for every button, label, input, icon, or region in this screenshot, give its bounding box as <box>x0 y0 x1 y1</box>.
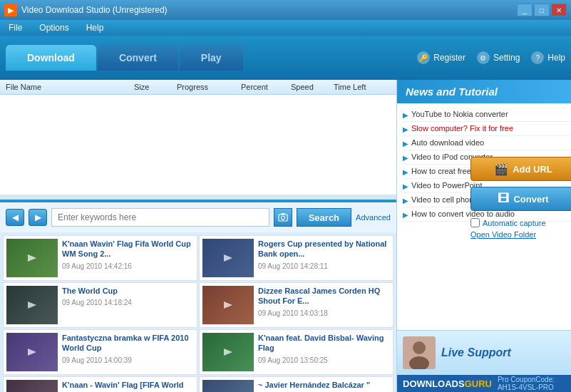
list-item[interactable]: Fantastyczna bramka w FIFA 2010 World Cu… <box>3 329 197 375</box>
news-arrow-icon: ▶ <box>403 168 408 176</box>
svg-marker-6 <box>224 301 232 309</box>
play-icon <box>25 347 39 357</box>
play-icon <box>25 300 39 310</box>
advanced-link[interactable]: Advanced <box>356 213 391 222</box>
app-icon: ▶ <box>4 4 17 16</box>
watermark-bar: DOWNLOADSGURU Pro CouponCode: AH1S-4VSL-… <box>397 375 571 392</box>
camera-icon <box>278 212 288 222</box>
live-support-label[interactable]: Live Support <box>441 346 511 359</box>
video-date: 09 Aug 2010 14:42:16 <box>62 262 194 270</box>
news-item-text: Auto download video <box>411 138 484 147</box>
play-icon <box>25 253 39 263</box>
add-url-icon: 🎬 <box>494 163 508 176</box>
convert-button[interactable]: 🎞 Convert <box>470 187 571 211</box>
help-icon: ? <box>531 51 544 64</box>
help-action[interactable]: ? Help <box>531 51 565 64</box>
toolbar: Download Convert Play 🔑 Register ⚙ Setti… <box>0 36 571 80</box>
app-title: Video Download Studio (Unregistered) <box>21 5 517 15</box>
svg-rect-2 <box>281 213 285 215</box>
video-thumbnail <box>202 380 254 392</box>
video-thumbnail <box>6 380 58 392</box>
col-timeleft: Time Left <box>334 83 391 91</box>
svg-rect-0 <box>279 215 287 221</box>
video-title: K'naan - Wavin' Flag [FIFA World Cup 201… <box>62 380 194 392</box>
setting-action[interactable]: ⚙ Setting <box>477 51 520 64</box>
list-item[interactable]: The World Cup 09 Aug 2010 14:18:24 <box>3 282 197 328</box>
list-item[interactable]: Dizzee Rascal James Corden HQ Shout For … <box>199 282 393 328</box>
news-header: News and Tutorial <box>397 80 571 103</box>
video-grid: K'naan Wavin' Flag Fifa World Cup WM Son… <box>0 232 396 392</box>
play-icon <box>221 300 235 310</box>
svg-marker-4 <box>224 254 232 262</box>
col-filename: File Name <box>6 83 134 91</box>
news-item-text: Slow computer? Fix it for free <box>411 124 513 133</box>
video-title: Fantastyczna bramka w FIFA 2010 World Cu… <box>62 333 194 354</box>
back-button[interactable]: ◀ <box>6 209 24 226</box>
play-icon <box>221 347 235 357</box>
live-support-section: Live Support <box>397 330 571 375</box>
watermark-logo: DOWNLOADSGURU <box>403 378 492 389</box>
menu-file[interactable]: File <box>6 21 25 34</box>
minimize-button[interactable]: _ <box>517 4 533 16</box>
list-item[interactable]: Rogers Cup presented by National Bank op… <box>199 235 393 281</box>
news-item[interactable]: ▶ Slow computer? Fix it for free <box>403 122 571 136</box>
watermark-coupon: Pro CouponCode: AH1S-4VSL-PRO <box>498 376 571 391</box>
list-item[interactable]: K'naan - Wavin' Flag [FIFA World Cup 201… <box>3 376 197 392</box>
news-item[interactable]: ▶ Auto download video <box>403 136 571 150</box>
menubar: File Options Help <box>0 20 571 36</box>
action-buttons: 🎬 Add URL 🎞 Convert Automatic capture Op… <box>470 157 571 240</box>
news-arrow-icon: ▶ <box>403 182 408 190</box>
video-thumbnail <box>202 333 254 371</box>
register-label: Register <box>433 53 465 63</box>
search-area: ◀ ▶ Search Advanced <box>0 201 396 232</box>
news-item[interactable]: ▶ YouTube to Nokia converter <box>403 108 571 122</box>
video-title: ~ Javier Hernández Balcázar " Chicarito … <box>258 380 390 392</box>
news-arrow-icon: ▶ <box>403 211 408 219</box>
list-item[interactable]: K'naan Wavin' Flag Fifa World Cup WM Son… <box>3 235 197 281</box>
add-url-label: Add URL <box>513 164 552 175</box>
watermark-logo-text: DOWNLOADS <box>403 378 465 389</box>
tab-play[interactable]: Play <box>180 45 243 71</box>
video-grid-container[interactable]: K'naan Wavin' Flag Fifa World Cup WM Son… <box>0 232 396 392</box>
search-input[interactable] <box>51 208 269 227</box>
maximize-button[interactable]: □ <box>534 4 550 16</box>
video-thumbnail <box>6 286 58 324</box>
list-item[interactable]: ~ Javier Hernández Balcázar " Chicarito … <box>199 376 393 392</box>
register-action[interactable]: 🔑 Register <box>417 51 465 64</box>
search-button[interactable]: Search <box>297 208 351 227</box>
support-avatar <box>403 336 436 369</box>
forward-button[interactable]: ▶ <box>29 209 47 226</box>
video-title: K'naan feat. David Bisbal- Waving Flag <box>258 333 390 354</box>
download-table: File Name Size Progress Percent Speed Ti… <box>0 80 396 201</box>
video-info: The World Cup 09 Aug 2010 14:18:24 <box>62 286 194 324</box>
table-body <box>0 95 396 195</box>
video-info: K'naan feat. David Bisbal- Waving Flag 0… <box>258 333 390 371</box>
video-thumbnail <box>6 239 58 277</box>
svg-marker-5 <box>28 301 36 309</box>
add-url-button[interactable]: 🎬 Add URL <box>470 157 571 181</box>
search-icon-button[interactable] <box>274 208 292 227</box>
close-button[interactable]: ✕ <box>551 4 567 16</box>
menu-options[interactable]: Options <box>36 21 71 34</box>
video-info: ~ Javier Hernández Balcázar " Chicarito … <box>258 380 390 392</box>
news-arrow-icon: ▶ <box>403 197 408 205</box>
video-date: 09 Aug 2010 14:28:11 <box>258 262 390 270</box>
news-arrow-icon: ▶ <box>403 154 408 162</box>
list-item[interactable]: K'naan feat. David Bisbal- Waving Flag 0… <box>199 329 393 375</box>
tab-convert[interactable]: Convert <box>98 45 178 71</box>
svg-point-1 <box>281 216 284 220</box>
col-percent: Percent <box>241 83 291 91</box>
auto-capture-checkbox[interactable] <box>470 218 480 227</box>
convert-icon: 🎞 <box>498 192 509 205</box>
video-info: Fantastyczna bramka w FIFA 2010 World Cu… <box>62 333 194 371</box>
open-folder-link[interactable]: Open Video Folder <box>470 230 571 239</box>
tab-download[interactable]: Download <box>6 45 96 71</box>
setting-label: Setting <box>493 53 520 63</box>
video-info: K'naan Wavin' Flag Fifa World Cup WM Son… <box>62 239 194 277</box>
menu-help[interactable]: Help <box>83 21 107 34</box>
video-thumbnail <box>6 333 58 371</box>
setting-icon: ⚙ <box>477 51 490 64</box>
news-arrow-icon: ▶ <box>403 125 408 133</box>
auto-capture-checkbox-row[interactable]: Automatic capture <box>470 218 571 227</box>
tab-group: Download Convert Play <box>6 45 417 71</box>
